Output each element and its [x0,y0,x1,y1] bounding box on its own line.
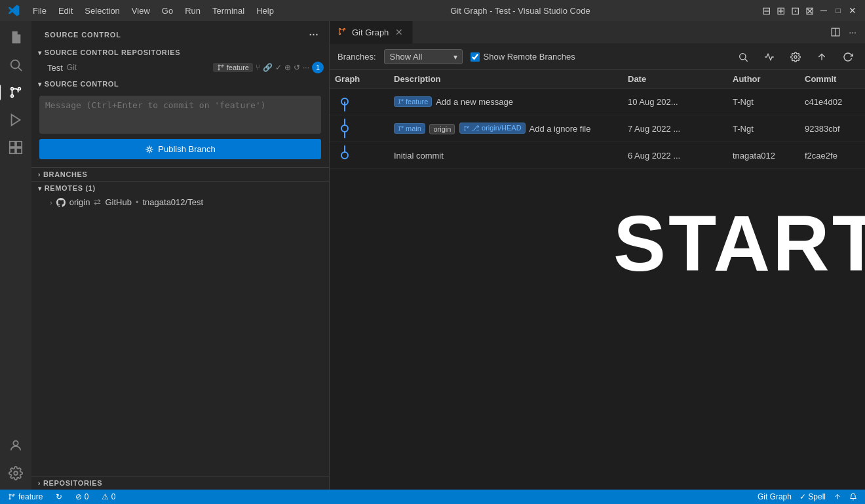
remote-provider: GitHub [105,197,131,207]
remotes-label: REMOTES (1) [45,184,96,192]
search-activity-icon[interactable] [5,54,27,76]
menu-terminal[interactable]: Terminal [207,5,250,17]
svg-point-37 [468,126,469,127]
split-editor-icon[interactable] [828,25,843,39]
warnings-status[interactable]: ⚠ 0 [99,490,118,504]
account-activity-icon[interactable] [5,435,27,457]
svg-point-3 [11,95,14,98]
link-icon[interactable]: 🔗 [263,63,273,72]
branch-status[interactable]: feature [5,490,45,504]
branch-icon[interactable]: ⑂ [256,63,260,72]
show-remote-label[interactable]: Show Remote Branches [471,52,575,62]
repos-chevron: ▾ [38,49,42,56]
git-graph-status[interactable]: Git Graph [755,492,794,501]
svg-point-14 [222,65,223,66]
spell-status[interactable]: ✓ Spell [797,492,828,501]
search-commits-icon[interactable] [734,48,752,66]
desc-cell-0: feature Add a new message [389,96,623,107]
row2-description: Initial commit [394,151,444,161]
refresh-icon[interactable] [839,48,857,66]
more-icon[interactable]: ··· [303,63,309,72]
col-graph: Graph [330,74,389,84]
check-icon[interactable]: ✓ [275,63,282,72]
svg-point-29 [402,100,404,101]
remotes-section-header[interactable]: ▾ REMOTES (1) [31,182,329,195]
graph-icon[interactable]: ⊕ [284,63,291,72]
more-actions-tab-icon[interactable]: ··· [845,25,860,39]
source-control-activity-icon[interactable] [5,81,27,104]
sync-status[interactable]: ↻ [53,490,65,504]
menu-file[interactable]: File [28,5,52,17]
github-icon [56,198,66,207]
row1-description: Add a ignore file [529,124,590,134]
date-cell-1: 7 Aug 2022 ... [623,124,727,134]
layout-icon[interactable]: ⊟ [761,6,771,15]
publish-branch-button[interactable]: Publish Branch [39,139,321,159]
desc-cell-2: Initial commit [389,151,623,161]
fetch-icon[interactable] [760,48,778,66]
git-graph-tab[interactable]: Git Graph ✕ [330,21,413,44]
col-author: Author [727,74,799,84]
repositories-section-header[interactable]: › REPOSITORIES [31,476,329,490]
tab-close-icon[interactable]: ✕ [394,27,404,37]
layout3-icon[interactable]: ⊡ [790,6,799,15]
menu-go[interactable]: Go [157,5,178,17]
settings-activity-icon[interactable] [5,462,27,484]
layout4-icon[interactable]: ⊠ [805,6,814,15]
svg-rect-6 [10,142,15,147]
push-icon[interactable] [813,48,831,66]
remote-origin[interactable]: › origin ⇄ GitHub • tnagata012/Test [31,195,329,210]
repos-section-header[interactable]: ▾ SOURCE CONTROL REPOSITORIES [31,46,329,59]
git-graph-panel: Branches: Show All Show Remote Branches [330,44,865,490]
svg-point-11 [14,471,18,475]
graph-cell-1 [330,119,389,138]
svg-point-18 [343,28,345,29]
branches-section-header[interactable]: › BRANCHES [31,168,329,181]
git-graph-tab-label: Git Graph [352,28,389,37]
menu-view[interactable]: View [126,5,155,17]
repo-type: Git [67,63,77,72]
sidebar-header: SOURCE CONTROL ··· [31,21,329,46]
repo-actions: feature ⑂ 🔗 ✓ ⊕ ↺ ··· 1 [213,62,324,73]
bell-status[interactable] [847,493,860,501]
publish-status[interactable] [831,493,844,501]
svg-point-17 [339,33,340,34]
maximize-button[interactable]: □ [834,6,843,15]
menu-edit[interactable]: Edit [53,5,78,17]
editor-area: Git Graph ✕ ··· Branches: Show All [330,21,865,490]
show-remote-checkbox[interactable] [471,52,480,62]
title-bar: File Edit Selection View Go Run Terminal… [0,0,865,21]
window-controls: ⊟ ⊞ ⊡ ⊠ ─ □ ✕ [761,6,857,15]
table-row[interactable]: feature Add a new message 10 Aug 202... … [330,88,865,115]
more-actions-icon[interactable]: ··· [307,28,321,42]
table-header: Graph Description Date Author Commit [330,70,865,88]
table-row[interactable]: main origin ⎇ origin/HEAD Add a ignore f… [330,115,865,142]
settings-icon[interactable] [786,48,805,66]
commit-cell-1: 92383cbf [799,124,865,134]
origin-branch-tag: origin [429,124,455,134]
sc-chevron: ▾ [38,81,42,88]
sc-section-header[interactable]: ▾ SOURCE CONTROL [31,76,329,90]
extensions-activity-icon[interactable] [5,136,27,159]
commit-message-input[interactable] [39,96,321,134]
sc-section-label: SOURCE CONTROL [45,80,119,88]
svg-point-12 [218,65,220,66]
origin-head-label: ⎇ origin/HEAD [471,124,522,132]
table-row[interactable]: Initial commit 6 Aug 2022 ... tnagata012… [330,142,865,169]
explorer-activity-icon[interactable] [5,26,27,48]
activity-bar-bottom [5,435,27,490]
layout2-icon[interactable]: ⊞ [776,6,785,15]
branches-select[interactable]: Show All [384,49,463,64]
minimize-button[interactable]: ─ [819,6,828,15]
close-button[interactable]: ✕ [848,6,857,15]
sync-icon[interactable]: ↺ [294,63,300,72]
menu-help[interactable]: Help [251,5,279,17]
errors-status[interactable]: ⊘ 0 [73,490,91,504]
run-activity-icon[interactable] [5,109,27,131]
menu-selection[interactable]: Selection [79,5,125,17]
menu-run[interactable]: Run [180,5,206,17]
svg-point-35 [465,126,466,127]
spell-text: ✓ Spell [799,492,826,501]
repo-branch-tag[interactable]: feature [213,63,253,72]
activity-bar [0,21,31,490]
